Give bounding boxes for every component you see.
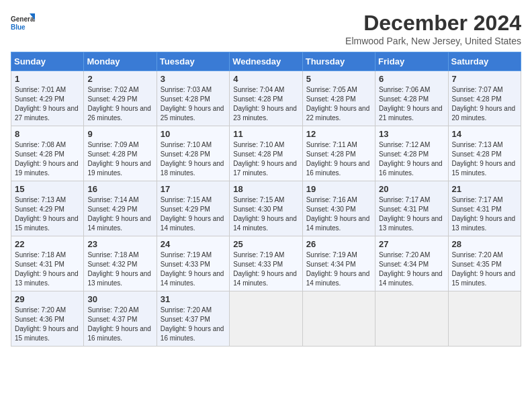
day-info: Sunrise: 7:18 AMSunset: 4:32 PMDaylight:… <box>87 250 152 288</box>
sunset-text: Sunset: 4:28 PM <box>379 150 444 159</box>
calendar-cell: 3Sunrise: 7:03 AMSunset: 4:28 PMDaylight… <box>157 71 229 126</box>
daylight-text: Daylight: 9 hours and 16 minutes. <box>379 159 444 178</box>
day-info: Sunrise: 7:15 AMSunset: 4:29 PMDaylight:… <box>161 195 226 233</box>
day-info: Sunrise: 7:19 AMSunset: 4:33 PMDaylight:… <box>233 250 298 288</box>
day-info: Sunrise: 7:03 AMSunset: 4:28 PMDaylight:… <box>161 85 226 123</box>
sunset-text: Sunset: 4:29 PM <box>87 95 152 104</box>
sunrise-text: Sunrise: 7:17 AM <box>452 195 517 205</box>
calendar-cell: 15Sunrise: 7:13 AMSunset: 4:29 PMDayligh… <box>11 181 84 236</box>
daylight-text: Daylight: 9 hours and 20 minutes. <box>452 104 517 123</box>
week-row-1: 1Sunrise: 7:01 AMSunset: 4:29 PMDaylight… <box>11 71 521 126</box>
calendar-cell: 23Sunrise: 7:18 AMSunset: 4:32 PMDayligh… <box>84 236 157 291</box>
sunset-text: Sunset: 4:28 PM <box>306 95 371 104</box>
daylight-text: Daylight: 9 hours and 16 minutes. <box>87 324 152 343</box>
weekday-tuesday: Tuesday <box>157 52 229 71</box>
week-row-4: 22Sunrise: 7:18 AMSunset: 4:31 PMDayligh… <box>11 236 521 291</box>
daylight-text: Daylight: 9 hours and 26 minutes. <box>87 104 152 123</box>
daylight-text: Daylight: 9 hours and 23 minutes. <box>233 104 298 123</box>
daylight-text: Daylight: 9 hours and 13 minutes. <box>379 214 444 233</box>
daylight-text: Daylight: 9 hours and 14 minutes. <box>306 214 371 233</box>
svg-text:General: General <box>11 15 35 23</box>
sunset-text: Sunset: 4:35 PM <box>452 260 517 269</box>
sunrise-text: Sunrise: 7:19 AM <box>233 250 298 260</box>
daylight-text: Daylight: 9 hours and 19 minutes. <box>87 159 152 178</box>
sunset-text: Sunset: 4:28 PM <box>452 95 517 104</box>
daylight-text: Daylight: 9 hours and 21 minutes. <box>379 104 444 123</box>
calendar-cell: 31Sunrise: 7:20 AMSunset: 4:37 PMDayligh… <box>157 291 229 347</box>
sunset-text: Sunset: 4:37 PM <box>161 315 226 324</box>
day-number: 11 <box>233 129 298 139</box>
calendar-cell: 4Sunrise: 7:04 AMSunset: 4:28 PMDaylight… <box>230 71 302 126</box>
sunrise-text: Sunrise: 7:20 AM <box>161 306 226 315</box>
daylight-text: Daylight: 9 hours and 17 minutes. <box>233 159 298 178</box>
sunrise-text: Sunrise: 7:07 AM <box>452 85 517 95</box>
sunset-text: Sunset: 4:31 PM <box>379 205 444 214</box>
daylight-text: Daylight: 9 hours and 27 minutes. <box>15 104 80 123</box>
sunset-text: Sunset: 4:34 PM <box>306 260 371 269</box>
calendar-cell: 17Sunrise: 7:15 AMSunset: 4:29 PMDayligh… <box>157 181 229 236</box>
calendar-table: SundayMondayTuesdayWednesdayThursdayFrid… <box>11 52 521 347</box>
sunset-text: Sunset: 4:33 PM <box>233 260 298 269</box>
calendar-cell: 21Sunrise: 7:17 AMSunset: 4:31 PMDayligh… <box>448 181 521 236</box>
weekday-thursday: Thursday <box>302 52 375 71</box>
sunrise-text: Sunrise: 7:19 AM <box>306 250 371 260</box>
daylight-text: Daylight: 9 hours and 14 minutes. <box>379 269 444 288</box>
day-info: Sunrise: 7:09 AMSunset: 4:28 PMDaylight:… <box>87 140 152 178</box>
daylight-text: Daylight: 9 hours and 14 minutes. <box>306 269 371 288</box>
daylight-text: Daylight: 9 hours and 13 minutes. <box>15 269 80 288</box>
weekday-saturday: Saturday <box>448 52 521 71</box>
calendar-cell: 13Sunrise: 7:12 AMSunset: 4:28 PMDayligh… <box>375 126 448 181</box>
day-info: Sunrise: 7:17 AMSunset: 4:31 PMDaylight:… <box>452 195 517 233</box>
calendar-cell: 1Sunrise: 7:01 AMSunset: 4:29 PMDaylight… <box>11 71 84 126</box>
logo-icon: General Blue <box>11 11 35 35</box>
sunset-text: Sunset: 4:28 PM <box>87 150 152 159</box>
day-info: Sunrise: 7:13 AMSunset: 4:28 PMDaylight:… <box>452 140 517 178</box>
sunrise-text: Sunrise: 7:02 AM <box>87 85 152 95</box>
weekday-sunday: Sunday <box>11 52 84 71</box>
sunrise-text: Sunrise: 7:10 AM <box>233 140 298 150</box>
sunrise-text: Sunrise: 7:17 AM <box>379 195 444 205</box>
sunset-text: Sunset: 4:30 PM <box>306 205 371 214</box>
calendar-cell: 5Sunrise: 7:05 AMSunset: 4:28 PMDaylight… <box>302 71 375 126</box>
day-number: 23 <box>87 239 152 249</box>
sunrise-text: Sunrise: 7:20 AM <box>379 250 444 260</box>
sunrise-text: Sunrise: 7:13 AM <box>15 195 80 205</box>
daylight-text: Daylight: 9 hours and 15 minutes. <box>15 214 80 233</box>
weekday-friday: Friday <box>375 52 448 71</box>
calendar-cell: 28Sunrise: 7:20 AMSunset: 4:35 PMDayligh… <box>448 236 521 291</box>
day-info: Sunrise: 7:20 AMSunset: 4:36 PMDaylight:… <box>15 306 80 343</box>
sunrise-text: Sunrise: 7:15 AM <box>233 195 298 205</box>
day-info: Sunrise: 7:11 AMSunset: 4:28 PMDaylight:… <box>306 140 371 178</box>
week-row-2: 8Sunrise: 7:08 AMSunset: 4:28 PMDaylight… <box>11 126 521 181</box>
sunset-text: Sunset: 4:33 PM <box>161 260 226 269</box>
sunset-text: Sunset: 4:32 PM <box>87 260 152 269</box>
day-info: Sunrise: 7:15 AMSunset: 4:30 PMDaylight:… <box>233 195 298 233</box>
calendar-cell <box>375 291 448 347</box>
day-info: Sunrise: 7:10 AMSunset: 4:28 PMDaylight:… <box>233 140 298 178</box>
sunrise-text: Sunrise: 7:13 AM <box>452 140 517 150</box>
sunrise-text: Sunrise: 7:19 AM <box>161 250 226 260</box>
day-number: 30 <box>87 294 152 304</box>
day-number: 22 <box>15 239 80 249</box>
sunset-text: Sunset: 4:28 PM <box>306 150 371 159</box>
sunset-text: Sunset: 4:34 PM <box>379 260 444 269</box>
calendar-cell: 10Sunrise: 7:10 AMSunset: 4:28 PMDayligh… <box>157 126 229 181</box>
day-number: 28 <box>452 239 517 249</box>
day-number: 20 <box>379 184 444 194</box>
calendar-cell: 8Sunrise: 7:08 AMSunset: 4:28 PMDaylight… <box>11 126 84 181</box>
daylight-text: Daylight: 9 hours and 14 minutes. <box>87 214 152 233</box>
sunset-text: Sunset: 4:30 PM <box>233 205 298 214</box>
sunrise-text: Sunrise: 7:20 AM <box>15 306 80 315</box>
day-info: Sunrise: 7:17 AMSunset: 4:31 PMDaylight:… <box>379 195 444 233</box>
calendar-cell: 6Sunrise: 7:06 AMSunset: 4:28 PMDaylight… <box>375 71 448 126</box>
day-info: Sunrise: 7:12 AMSunset: 4:28 PMDaylight:… <box>379 140 444 178</box>
title-area: December 2024 Elmwood Park, New Jersey, … <box>345 11 521 46</box>
calendar-cell: 19Sunrise: 7:16 AMSunset: 4:30 PMDayligh… <box>302 181 375 236</box>
sunrise-text: Sunrise: 7:01 AM <box>15 85 80 95</box>
daylight-text: Daylight: 9 hours and 15 minutes. <box>452 269 517 288</box>
sunset-text: Sunset: 4:29 PM <box>87 205 152 214</box>
day-info: Sunrise: 7:20 AMSunset: 4:37 PMDaylight:… <box>161 306 226 343</box>
sunrise-text: Sunrise: 7:14 AM <box>87 195 152 205</box>
day-info: Sunrise: 7:01 AMSunset: 4:29 PMDaylight:… <box>15 85 80 123</box>
day-number: 8 <box>15 129 80 139</box>
